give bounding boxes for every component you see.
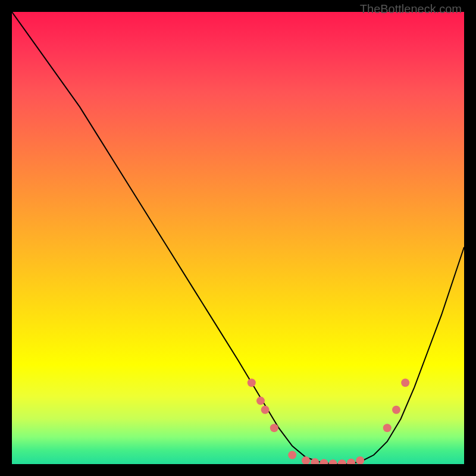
data-marker — [329, 459, 337, 464]
chart-plot-area — [12, 12, 464, 464]
data-marker — [392, 406, 400, 414]
data-marker — [302, 456, 310, 464]
data-marker — [356, 456, 364, 464]
data-marker — [383, 424, 392, 432]
chart-svg — [12, 12, 464, 464]
marker-group — [248, 378, 409, 464]
watermark-text: TheBottleneck.com — [360, 2, 462, 16]
data-marker — [320, 459, 328, 465]
bottleneck-curve — [12, 12, 464, 464]
data-marker — [261, 406, 270, 414]
data-marker — [248, 378, 256, 387]
data-marker — [338, 459, 346, 464]
data-marker — [347, 459, 355, 464]
data-marker — [270, 424, 278, 432]
data-marker — [401, 378, 409, 387]
data-marker — [288, 451, 296, 459]
data-marker — [256, 397, 265, 405]
